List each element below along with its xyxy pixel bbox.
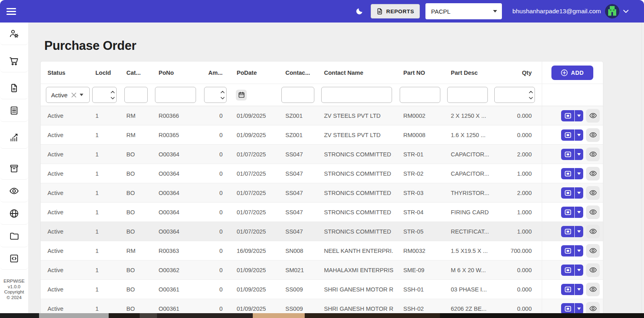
column-header-pono[interactable]: PoNo	[151, 70, 196, 76]
window-icon	[565, 229, 571, 234]
contact-name-filter-input[interactable]	[321, 87, 392, 103]
sidebar-item-purchases[interactable]	[0, 50, 28, 72]
sidebar-item-integrations[interactable]	[0, 247, 28, 270]
open-record-button[interactable]	[561, 129, 574, 141]
number-stepper[interactable]	[111, 87, 115, 103]
column-header-contact-name[interactable]: Contact Name	[314, 70, 393, 76]
cell-qty: 0.000	[494, 286, 542, 293]
cell-podate: 01/07/2025	[226, 209, 275, 215]
row-actions-dropdown-button[interactable]	[574, 284, 583, 295]
sidebar-item-analytics[interactable]	[0, 126, 28, 149]
column-header-status[interactable]: Status	[41, 70, 89, 76]
avatar[interactable]	[605, 4, 619, 18]
view-row-button[interactable]	[586, 244, 600, 258]
row-open-split-button	[561, 187, 583, 199]
sidebar-item-users[interactable]	[0, 23, 28, 45]
reports-button[interactable]: REPORTS	[371, 4, 420, 18]
view-row-button[interactable]	[586, 205, 600, 219]
column-header-part-desc[interactable]: Part Desc	[441, 70, 494, 76]
open-record-button[interactable]	[561, 284, 574, 295]
column-header-qty[interactable]: Qty	[494, 70, 542, 76]
status-filter-select[interactable]: Active	[46, 87, 90, 103]
company-select[interactable]: PACPL	[425, 3, 502, 19]
row-actions-dropdown-button[interactable]	[574, 245, 583, 256]
view-row-button[interactable]	[586, 225, 600, 238]
cell-contact-name: STRONICS COMMITTED ...	[314, 228, 393, 235]
cell-part-desc: RECTIFICAT...	[441, 228, 494, 235]
sidebar-item-visibility[interactable]	[0, 180, 28, 202]
open-record-button[interactable]	[561, 226, 574, 237]
open-record-button[interactable]	[561, 168, 574, 179]
cell-amount: 0	[196, 286, 226, 293]
cell-cat: BO	[120, 151, 151, 158]
cat-filter-input[interactable]	[124, 87, 148, 103]
column-header-podate[interactable]: PoDate	[226, 70, 275, 76]
row-actions-dropdown-button[interactable]	[574, 149, 583, 160]
number-stepper[interactable]	[529, 87, 533, 103]
top-navbar: REPORTS PACPL bhushanharpade13@gmail.com	[0, 0, 644, 23]
row-actions-dropdown-button[interactable]	[574, 265, 583, 276]
filter-actions-cell	[542, 84, 603, 106]
cell-locid: 1	[89, 190, 120, 196]
sidebar-item-files[interactable]	[0, 225, 28, 247]
cell-amount: 0	[196, 306, 226, 312]
scrollbar[interactable]	[642, 23, 644, 318]
dark-mode-toggle[interactable]	[355, 7, 363, 16]
menu-toggle-button[interactable]	[6, 6, 18, 16]
cell-part-no: STR-04	[393, 209, 441, 215]
view-row-button[interactable]	[586, 283, 600, 296]
view-row-button[interactable]	[586, 128, 600, 142]
part-no-filter-input[interactable]	[400, 87, 440, 103]
podate-filter-button[interactable]	[236, 90, 247, 101]
row-actions-dropdown-button[interactable]	[574, 207, 583, 218]
cell-status: Active	[41, 228, 89, 235]
column-header-amount[interactable]: Am...	[196, 70, 226, 76]
user-menu-chevron-icon[interactable]	[623, 10, 629, 13]
receipt-icon	[9, 105, 19, 116]
column-header-cat[interactable]: Cat...	[120, 70, 151, 76]
row-actions-dropdown-button[interactable]	[574, 110, 583, 121]
view-row-button[interactable]	[586, 186, 600, 200]
open-record-button[interactable]	[561, 265, 574, 276]
open-record-button[interactable]	[561, 187, 574, 199]
contactid-filter-input[interactable]	[281, 87, 314, 103]
view-row-button[interactable]	[586, 263, 600, 277]
number-stepper[interactable]	[221, 87, 225, 103]
eye-icon	[9, 186, 19, 196]
sidebar-item-documents[interactable]	[0, 77, 28, 99]
pono-filter-input[interactable]	[155, 87, 196, 103]
row-actions-dropdown-button[interactable]	[574, 168, 583, 179]
column-header-locid[interactable]: LocId	[89, 70, 120, 76]
row-actions-dropdown-button[interactable]	[574, 226, 583, 237]
open-record-button[interactable]	[561, 207, 574, 218]
column-header-part-no[interactable]: Part NO	[393, 70, 441, 76]
part-desc-filter-input[interactable]	[447, 87, 488, 103]
open-record-button[interactable]	[561, 303, 574, 314]
add-button[interactable]: ADD	[551, 66, 593, 80]
open-record-button[interactable]	[561, 149, 574, 160]
open-record-button[interactable]	[561, 245, 574, 256]
row-actions-dropdown-button[interactable]	[574, 187, 583, 199]
view-row-button[interactable]	[586, 167, 600, 181]
cell-podate: 01/09/2025	[226, 306, 275, 312]
chevron-up-icon	[221, 91, 225, 93]
cell-contactid: SS047	[275, 209, 314, 215]
open-record-button[interactable]	[561, 110, 574, 121]
cell-cat: RM	[120, 113, 151, 119]
cell-contact-name: SHRI GANESH MOTOR R...	[314, 306, 393, 312]
window-icon	[565, 267, 571, 273]
sidebar-item-web[interactable]	[0, 202, 28, 225]
column-header-contactid[interactable]: Contac...	[275, 70, 314, 76]
view-row-button[interactable]	[586, 109, 600, 123]
cell-contactid: SZ001	[275, 132, 314, 138]
sidebar-item-records[interactable]	[0, 99, 28, 122]
row-open-split-button	[561, 129, 583, 141]
x-icon[interactable]	[71, 92, 77, 98]
row-actions-dropdown-button[interactable]	[574, 303, 583, 314]
sidebar-item-archive[interactable]	[0, 157, 28, 180]
add-button-label: ADD	[571, 70, 584, 76]
window-icon	[565, 171, 571, 176]
view-row-button[interactable]	[586, 148, 600, 161]
cell-locid: 1	[89, 151, 120, 158]
row-actions-dropdown-button[interactable]	[574, 129, 583, 141]
